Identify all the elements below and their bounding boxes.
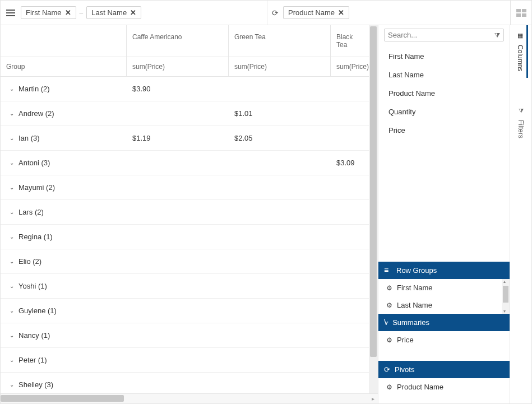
column-list-item[interactable]: Last Name [378,66,510,84]
grid-body[interactable]: ⌄Martin (2)$3.90⌄Andrew (2)$1.01⌄Ian (3)… [1,77,378,393]
chevron-down-icon: ⌄ [10,357,14,363]
group-header-label: Group [1,57,127,76]
gear-icon: ⚙ [386,383,392,391]
pivot-item[interactable]: ⚙Product Name [378,378,510,396]
data-cell: $1.19 [127,134,229,142]
section-title: Row Groups [396,266,437,275]
close-icon[interactable]: ✕ [338,8,344,17]
column-header[interactable]: Black Tea [331,25,370,57]
group-cell[interactable]: ⌄Ian (3) [1,134,127,142]
close-icon[interactable]: ✕ [130,8,136,17]
group-cell[interactable]: ⌄Elio (2) [1,257,127,266]
search-input[interactable] [388,31,494,39]
chip-label: Product Name [288,8,335,17]
close-icon[interactable]: ✕ [65,8,71,17]
row-groups-section-header[interactable]: Row Groups [378,262,510,279]
column-header[interactable]: Green Tea [229,25,331,57]
column-headers-row: Caffe Americano Green Tea Black Tea [1,25,378,57]
group-cell[interactable]: ⌄Nancy (1) [1,331,127,340]
aggregation-headers-row: Group sum(Price) sum(Price) sum(Price) [1,57,378,77]
column-list-item[interactable]: Quantity [378,103,510,121]
table-row[interactable]: ⌄Regina (1) [1,225,378,249]
gear-icon: ⚙ [386,301,392,309]
chevron-down-icon: ⌄ [10,283,14,289]
pivots-section-body: ⚙Product Name [378,378,510,403]
gear-icon: ⚙ [386,336,392,344]
column-list-item[interactable]: Price [378,121,510,140]
scroll-right-icon[interactable]: ▸ [369,395,377,402]
section-title: Summaries [392,318,429,327]
group-label: Elio (2) [18,257,41,266]
horizontal-scrollbar[interactable]: ◂ ▸ [1,393,378,403]
row-groups-bar: First Name ✕ – Last Name ✕ [1,1,267,25]
summaries-icon [384,318,388,327]
table-row[interactable]: ⌄Peter (1) [1,348,378,373]
pivots-icon [384,365,390,374]
data-cell: $3.09 [331,159,370,167]
table-row[interactable]: ⌄Nancy (1) [1,323,378,348]
chip-label: Last Name [91,8,127,17]
group-cell[interactable]: ⌄Peter (1) [1,356,127,364]
chevron-down-icon: ⌄ [10,86,14,92]
group-cell[interactable]: ⌄Andrew (2) [1,109,127,118]
group-chip-last-name[interactable]: Last Name ✕ [86,6,141,19]
group-cell[interactable]: ⌄Shelley (3) [1,380,127,389]
pivot-chip-product-name[interactable]: Product Name ✕ [283,6,349,19]
data-cell: $3.90 [127,85,229,93]
chevron-down-icon: ⌄ [10,209,14,215]
table-row[interactable]: ⌄Shelley (3) [1,373,378,393]
columns-panel: ⧩ First NameLast NameProduct NameQuantit… [378,25,510,403]
group-cell[interactable]: ⌄Lars (2) [1,208,127,216]
column-list-item[interactable]: First Name [378,47,510,66]
group-cell[interactable]: ⌄Guylene (1) [1,307,127,315]
agg-header: sum(Price) [229,57,331,76]
top-toolbar: First Name ✕ – Last Name ✕ ⟳ Product Nam… [1,1,531,25]
group-cell[interactable]: ⌄Martin (2) [1,85,127,93]
group-cell[interactable]: ⌄Mayumi (2) [1,183,127,192]
gear-icon: ⚙ [386,284,392,292]
group-label: Mayumi (2) [18,183,55,192]
tab-filters[interactable]: ⧩ Filters [515,100,527,145]
column-header[interactable]: Caffe Americano [127,25,229,57]
refresh-icon[interactable]: ⟳ [272,8,279,17]
scrollbar-thumb[interactable] [1,395,124,402]
group-chip-first-name[interactable]: First Name ✕ [21,6,76,19]
group-label: Ian (3) [18,134,40,142]
group-cell[interactable]: ⌄Regina (1) [1,233,127,241]
table-row[interactable]: ⌄Andrew (2)$1.01 [1,101,378,126]
row-group-item[interactable]: ⚙First Name [378,279,510,296]
agg-header: sum(Price) [127,57,229,76]
group-label: Martin (2) [18,85,50,93]
chevron-down-icon: ⌄ [10,110,14,117]
group-column-header[interactable] [1,25,127,57]
summary-item[interactable]: ⚙Price [378,331,510,349]
toolbar-apps-button[interactable] [510,1,531,25]
group-label: Lars (2) [18,208,44,216]
chevron-down-icon: ⌄ [10,308,14,314]
column-search[interactable]: ⧩ [384,29,504,41]
vertical-scrollbar[interactable] [369,25,378,393]
group-cell[interactable]: ⌄Antoni (3) [1,159,127,167]
apps-icon [516,9,526,17]
table-row[interactable]: ⌄Mayumi (2) [1,175,378,200]
section-scrollbar[interactable]: ▴▾ [502,279,510,314]
table-row[interactable]: ⌄Martin (2)$3.90 [1,77,378,101]
table-row[interactable]: ⌄Elio (2) [1,249,378,274]
group-cell[interactable]: ⌄Yoshi (1) [1,282,127,290]
table-row[interactable]: ⌄Yoshi (1) [1,274,378,299]
summaries-section-header[interactable]: Summaries [378,314,510,331]
group-label: Regina (1) [18,233,53,241]
row-group-item[interactable]: ⚙Last Name [378,296,510,314]
group-label: Antoni (3) [18,159,50,167]
pivots-section-header[interactable]: Pivots [378,361,510,378]
table-row[interactable]: ⌄Ian (3)$1.19$2.05 [1,126,378,151]
data-cell: $2.05 [229,134,331,142]
column-list-item[interactable]: Product Name [378,84,510,103]
chevron-down-icon: ⌄ [10,258,14,264]
pivots-bar: ⟳ Product Name ✕ [267,1,510,25]
table-row[interactable]: ⌄Guylene (1) [1,299,378,323]
table-row[interactable]: ⌄Antoni (3)$3.09 [1,151,378,175]
filter-icon[interactable]: ⧩ [494,31,500,39]
table-row[interactable]: ⌄Lars (2) [1,200,378,225]
tab-columns[interactable]: ▦ Columns [514,25,528,78]
